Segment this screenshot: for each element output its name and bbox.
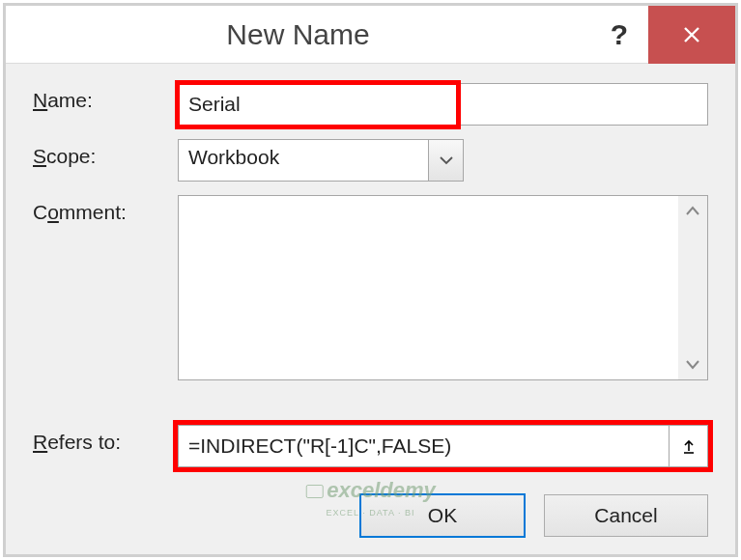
- help-button[interactable]: ?: [590, 6, 648, 64]
- dialog-body: Name: Scope: Workbook Comment:: [6, 64, 735, 554]
- comment-textarea[interactable]: [179, 196, 678, 379]
- comment-row: Comment:: [33, 195, 708, 411]
- collapse-icon: [681, 438, 697, 454]
- refers-label: Refers to:: [33, 425, 178, 454]
- button-row: OK Cancel: [33, 494, 708, 537]
- scroll-down-icon: [683, 354, 702, 374]
- name-row: Name:: [33, 83, 708, 126]
- scope-dropdown-button[interactable]: [428, 140, 463, 181]
- scope-combobox[interactable]: Workbook: [178, 139, 464, 182]
- chevron-down-icon: [440, 155, 453, 165]
- cancel-button[interactable]: Cancel: [544, 494, 708, 537]
- comment-scrollbar[interactable]: [678, 196, 707, 379]
- close-icon: [682, 25, 701, 44]
- scope-row: Scope: Workbook: [33, 139, 708, 182]
- scope-label: Scope:: [33, 139, 178, 168]
- scope-value: Workbook: [179, 140, 428, 181]
- titlebar: New Name ?: [6, 6, 735, 64]
- scroll-up-icon: [683, 202, 702, 221]
- dialog-title: New Name: [6, 18, 590, 51]
- refers-to-input[interactable]: [179, 426, 669, 466]
- collapse-dialog-button[interactable]: [669, 426, 707, 466]
- name-input[interactable]: [178, 83, 708, 126]
- ok-button[interactable]: OK: [360, 494, 525, 537]
- new-name-dialog: New Name ? Name: Scope: Workbook: [6, 6, 735, 554]
- name-label: Name:: [33, 83, 178, 112]
- refers-row: Refers to:: [33, 425, 708, 467]
- comment-label: Comment:: [33, 195, 178, 224]
- close-button[interactable]: [648, 6, 735, 64]
